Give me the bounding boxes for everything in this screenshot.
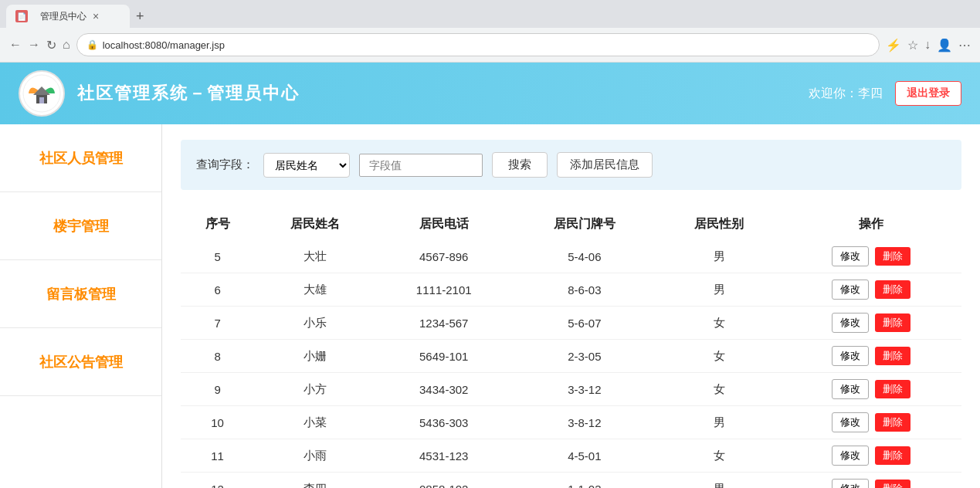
edit-button[interactable]: 修改 <box>832 379 869 399</box>
welcome-text: 欢迎你：李四 <box>809 86 883 102</box>
tab-favicon: 📄 <box>15 10 28 22</box>
cell-name: 小姗 <box>254 340 377 373</box>
cell-actions: 修改 删除 <box>781 240 961 273</box>
settings-icon[interactable]: ⋯ <box>958 38 971 53</box>
main-content: 查询字段： 居民姓名 居民电话 居民门牌号 居民性别 搜索 添加居民信息 序号 … <box>162 124 980 488</box>
table-row: 6 大雄 1111-2101 8-6-03 男 修改 删除 <box>181 273 961 307</box>
cell-name: 大雄 <box>254 273 377 307</box>
col-header-door: 居民门牌号 <box>511 208 658 240</box>
cell-id: 8 <box>181 340 254 373</box>
edit-button[interactable]: 修改 <box>832 412 869 432</box>
profile-icon[interactable]: 👤 <box>937 38 952 53</box>
delete-button[interactable]: 删除 <box>875 247 910 266</box>
cell-door: 3-3-12 <box>511 373 658 406</box>
sidebar-item-announcements[interactable]: 社区公告管理 <box>0 328 161 396</box>
favorites-icon[interactable]: ☆ <box>907 38 918 53</box>
cell-name: 小乐 <box>254 307 377 340</box>
col-header-phone: 居民电话 <box>377 208 511 240</box>
add-resident-button[interactable]: 添加居民信息 <box>557 152 653 178</box>
delete-button[interactable]: 删除 <box>875 413 910 432</box>
col-header-name: 居民姓名 <box>254 208 377 240</box>
cell-phone: 3434-302 <box>377 373 511 406</box>
forward-button[interactable]: → <box>28 38 40 52</box>
logo <box>19 70 65 117</box>
search-button[interactable]: 搜索 <box>492 152 548 178</box>
header-left: 社区管理系统－管理员中心 <box>19 70 300 117</box>
cell-actions: 修改 删除 <box>781 439 961 473</box>
cell-door: 5-4-06 <box>511 240 658 273</box>
tab-close-button[interactable]: × <box>93 10 99 22</box>
edit-button[interactable]: 修改 <box>832 346 869 366</box>
cell-door: 3-8-12 <box>511 406 658 439</box>
downloads-icon[interactable]: ↓ <box>924 38 931 52</box>
cell-id: 9 <box>181 373 254 406</box>
delete-button[interactable]: 删除 <box>875 480 910 488</box>
cell-name: 大壮 <box>254 240 377 273</box>
back-button[interactable]: ← <box>9 38 22 52</box>
header-right: 欢迎你：李四 退出登录 <box>809 81 961 106</box>
header-title: 社区管理系统－管理员中心 <box>77 82 300 105</box>
delete-button[interactable]: 删除 <box>875 280 910 299</box>
delete-button[interactable]: 删除 <box>875 446 910 465</box>
svg-rect-3 <box>39 97 44 103</box>
cell-id: 11 <box>181 439 254 473</box>
cell-gender: 女 <box>658 340 781 373</box>
new-tab-button[interactable]: + <box>136 8 144 25</box>
extensions-icon[interactable]: ⚡ <box>886 38 901 53</box>
edit-button[interactable]: 修改 <box>832 280 869 300</box>
cell-phone: 5436-303 <box>377 406 511 439</box>
logo-svg <box>22 74 61 113</box>
delete-button[interactable]: 删除 <box>875 313 910 332</box>
edit-button[interactable]: 修改 <box>832 446 869 466</box>
app-header: 社区管理系统－管理员中心 欢迎你：李四 退出登录 <box>0 63 980 124</box>
sidebar: 社区人员管理 楼宇管理 留言板管理 社区公告管理 <box>0 124 162 488</box>
table-row: 11 小雨 4531-123 4-5-01 女 修改 删除 <box>181 439 961 473</box>
edit-button[interactable]: 修改 <box>832 479 869 488</box>
home-button[interactable]: ⌂ <box>63 38 70 52</box>
sidebar-item-messageboard[interactable]: 留言板管理 <box>0 260 161 328</box>
app-body: 社区人员管理 楼宇管理 留言板管理 社区公告管理 查询字段： 居民姓名 居民电话… <box>0 124 980 488</box>
cell-name: 李四 <box>254 473 377 489</box>
cell-door: 4-5-01 <box>511 439 658 473</box>
refresh-button[interactable]: ↻ <box>46 38 56 53</box>
cell-actions: 修改 删除 <box>781 273 961 307</box>
col-header-id: 序号 <box>181 208 254 240</box>
cell-id: 12 <box>181 473 254 489</box>
search-label: 查询字段： <box>196 158 254 172</box>
url-text: localhost:8080/manager.jsp <box>103 39 225 51</box>
cell-door: 8-6-03 <box>511 273 658 307</box>
search-input[interactable] <box>359 154 483 177</box>
cell-id: 10 <box>181 406 254 439</box>
logout-button[interactable]: 退出登录 <box>895 81 961 106</box>
cell-phone: 1111-2101 <box>377 273 511 307</box>
table-row: 10 小菜 5436-303 3-8-12 男 修改 删除 <box>181 406 961 439</box>
delete-button[interactable]: 删除 <box>875 380 910 398</box>
residents-table: 序号 居民姓名 居民电话 居民门牌号 居民性别 操作 5 大壮 4567-896… <box>181 208 961 488</box>
sidebar-item-residents[interactable]: 社区人员管理 <box>0 124 161 192</box>
sidebar-item-buildings[interactable]: 楼宇管理 <box>0 192 161 260</box>
search-field-select[interactable]: 居民姓名 居民电话 居民门牌号 居民性别 <box>263 153 350 178</box>
active-tab[interactable]: 📄 管理员中心 × <box>6 5 130 28</box>
delete-button[interactable]: 删除 <box>875 347 910 365</box>
cell-phone: 5649-101 <box>377 340 511 373</box>
cell-name: 小雨 <box>254 439 377 473</box>
cell-actions: 修改 删除 <box>781 406 961 439</box>
address-bar: ← → ↻ ⌂ 🔒 localhost:8080/manager.jsp ⚡ ☆… <box>0 28 980 62</box>
url-bar[interactable]: 🔒 localhost:8080/manager.jsp <box>76 33 880 56</box>
cell-name: 小方 <box>254 373 377 406</box>
edit-button[interactable]: 修改 <box>832 246 869 266</box>
cell-gender: 男 <box>658 473 781 489</box>
toolbar-icons: ⚡ ☆ ↓ 👤 ⋯ <box>886 38 971 53</box>
col-header-gender: 居民性别 <box>658 208 781 240</box>
tab-bar: 📄 管理员中心 × + <box>0 0 980 28</box>
cell-name: 小菜 <box>254 406 377 439</box>
edit-button[interactable]: 修改 <box>832 313 869 333</box>
cell-gender: 女 <box>658 373 781 406</box>
cell-door: 5-6-07 <box>511 307 658 340</box>
cell-gender: 男 <box>658 406 781 439</box>
cell-actions: 修改 删除 <box>781 340 961 373</box>
col-header-action: 操作 <box>781 208 961 240</box>
tab-title: 管理员中心 <box>40 10 86 23</box>
table-header-row: 序号 居民姓名 居民电话 居民门牌号 居民性别 操作 <box>181 208 961 240</box>
cell-gender: 女 <box>658 439 781 473</box>
